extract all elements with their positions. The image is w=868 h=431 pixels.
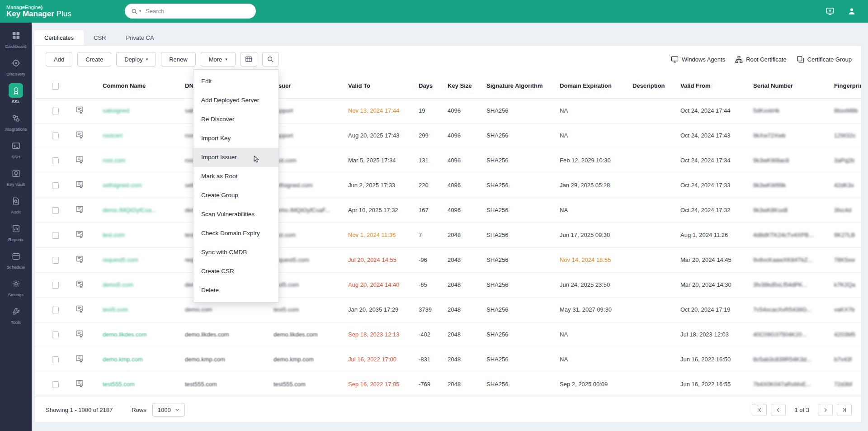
column-header-issuer[interactable]: Issuer [274, 74, 348, 98]
sidebar-item-label: Integrations [5, 127, 27, 132]
column-header-signature-algorithm[interactable]: Signature Algorithm [486, 74, 560, 98]
menu-item-label: Mark as Root [201, 173, 237, 180]
menu-item-edit[interactable]: Edit [193, 72, 278, 91]
cell-days: 7 [419, 223, 448, 247]
row-checkbox[interactable] [52, 108, 59, 114]
next-page-button[interactable] [818, 404, 833, 416]
menu-item-label: Sync with CMDB [201, 249, 247, 256]
certificates-panel: AddCreateDeploy▾RenewMore▾ Windows Agent… [34, 45, 861, 423]
sidebar-item-discovery[interactable]: Discovery [0, 52, 32, 80]
cell-valid-to: Jan 20, 2035 17:29 [348, 297, 419, 322]
root-certificate-link[interactable]: Root Certificate [735, 56, 787, 63]
menu-item-scan-vulnerabilities[interactable]: Scan Vulnerabilities [193, 205, 278, 224]
sidebar-item-audit[interactable]: Audit [0, 190, 32, 218]
column-header-valid-from[interactable]: Valid From [680, 74, 753, 98]
column-header-common-name[interactable]: Common Name [103, 74, 185, 98]
search-scope-caret-icon[interactable]: ▾ [139, 9, 141, 13]
last-page-button[interactable] [837, 404, 852, 416]
cell-domain-expiration: May 31, 2027 09:30 [560, 297, 632, 322]
topbar-actions [826, 7, 856, 16]
prev-page-button[interactable] [771, 404, 786, 416]
table-row: test555.comtest555.comtest555.comSep 16,… [35, 372, 861, 397]
agent-download-icon[interactable] [826, 7, 835, 16]
menu-item-add-deployed-server[interactable]: Add Deployed Server [193, 91, 278, 110]
menu-item-import-key[interactable]: Import Key [193, 129, 278, 148]
row-checkbox[interactable] [52, 332, 59, 338]
menu-item-delete[interactable]: Delete [193, 281, 278, 300]
certificates-toolbar: AddCreateDeploy▾RenewMore▾ Windows Agent… [35, 46, 861, 74]
sidebar-item-integrations[interactable]: Integrations [0, 107, 32, 135]
more-button[interactable]: More▾ [201, 52, 236, 66]
cell-serial-number: 9kXw72Xwb [753, 123, 834, 148]
search-input[interactable] [145, 7, 250, 15]
row-checkbox[interactable] [52, 133, 59, 139]
table-row: demo.likdes.comdemo.likdes.comdemo.likde… [35, 322, 861, 347]
sidebar-item-tools[interactable]: Tools [0, 300, 32, 328]
cell-serial-number: 40C09G37504K20... [753, 322, 834, 347]
cell-dns-name: demo.kmp.com [185, 347, 274, 372]
settings-gear-icon [9, 276, 23, 291]
cell-issuer: test5.com [274, 272, 348, 297]
row-checkbox[interactable] [52, 157, 59, 164]
column-header-fingerprint[interactable]: Fingerprint [834, 74, 861, 98]
column-header-domain-expiration[interactable]: Domain Expiration [560, 74, 632, 98]
menu-item-mark-as-root[interactable]: Mark as Root [193, 167, 278, 186]
column-header-valid-to[interactable]: Valid To [348, 74, 419, 98]
deploy-button[interactable]: Deploy▾ [116, 52, 156, 66]
menu-item-create-csr[interactable]: Create CSR [193, 262, 278, 281]
column-header-description[interactable]: Description [632, 74, 680, 98]
certificate-group-link[interactable]: Certificate Group [797, 56, 852, 63]
sidebar-item-key-vault[interactable]: Key Vault [0, 162, 32, 190]
add-button[interactable]: Add [46, 52, 72, 66]
menu-item-sync-with-cmdb[interactable]: Sync with CMDB [193, 243, 278, 262]
renew-button[interactable]: Renew [161, 52, 195, 66]
row-checkbox[interactable] [52, 307, 59, 313]
menu-item-re-discover[interactable]: Re Discover [193, 110, 278, 129]
row-checkbox[interactable] [52, 257, 59, 264]
column-header-days[interactable]: Days [419, 74, 448, 98]
menu-item-import-issuer[interactable]: Import Issuer [193, 148, 278, 167]
sidebar-item-schedule[interactable]: Schedule [0, 245, 32, 273]
user-profile-icon[interactable] [847, 7, 856, 16]
cell-domain-expiration: Nov 14, 2024 18:55 [560, 247, 632, 272]
sidebar-item-ssh[interactable]: SSH [0, 135, 32, 162]
cell-valid-to: Aug 20, 2025 17:43 [348, 123, 419, 148]
cell-domain-expiration: Feb 12, 2029 10:30 [560, 148, 632, 173]
column-chooser-button[interactable] [241, 52, 257, 66]
sidebar-item-settings[interactable]: Settings [0, 273, 32, 300]
certificate-icon [75, 330, 84, 338]
menu-item-create-group[interactable]: Create Group [193, 186, 278, 205]
menu-item-check-domain-expiry[interactable]: Check Domain Expiry [193, 224, 278, 243]
certificate-icon [75, 255, 84, 263]
sidebar-nav: DashboardDiscoverySSLIntegrationsSSHKey … [0, 24, 32, 328]
row-checkbox[interactable] [52, 207, 59, 214]
row-checkbox[interactable] [52, 356, 59, 363]
cell-issuer: demo.IMQtOyfCsaF... [274, 198, 348, 223]
windows-agents-link[interactable]: Windows Agents [671, 56, 725, 63]
first-page-button[interactable] [752, 404, 767, 416]
cell-common-name: root.com [103, 148, 185, 173]
select-all-header [35, 74, 75, 98]
table-header-row: Common NameDNS NameIssuerValid ToDaysKey… [35, 74, 861, 98]
row-checkbox[interactable] [52, 182, 59, 189]
row-checkbox[interactable] [52, 282, 59, 289]
row-checkbox[interactable] [52, 232, 59, 239]
cell-issuer: test555.com [274, 372, 348, 397]
row-checkbox[interactable] [52, 381, 59, 388]
select-all-checkbox[interactable] [52, 83, 59, 90]
certificate-icon [75, 355, 84, 363]
sidebar-item-reports[interactable]: Reports [0, 218, 32, 245]
tab-private-ca[interactable]: Private CA [116, 30, 164, 45]
column-header-key-size[interactable]: Key Size [448, 74, 486, 98]
tab-certificates[interactable]: Certificates [34, 30, 84, 45]
menu-item-label: Scan Vulnerabilities [201, 211, 255, 218]
app-logo[interactable]: ManageEngine) Key Manager Plus [6, 5, 71, 19]
sidebar-item-dashboard[interactable]: Dashboard [0, 24, 32, 52]
sidebar-item-ssl[interactable]: SSL [0, 80, 32, 107]
create-button[interactable]: Create [77, 52, 111, 66]
cell-valid-from: Oct 20, 2024 17:19 [680, 297, 753, 322]
rows-per-page-select[interactable]: 1000 [152, 403, 185, 417]
table-search-button[interactable] [262, 52, 279, 66]
column-header-serial-number[interactable]: Serial Number [753, 74, 834, 98]
tab-csr[interactable]: CSR [84, 30, 116, 45]
